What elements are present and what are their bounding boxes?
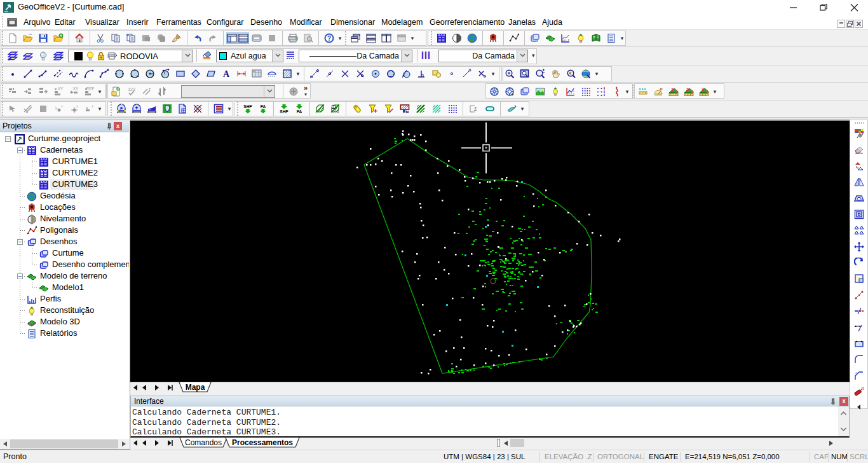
svg-text:REF: REF <box>86 86 95 91</box>
svg-text:A: A <box>223 69 230 79</box>
svg-text:?: ? <box>327 35 331 42</box>
svg-text:z: z <box>61 104 63 108</box>
svg-text:SHP: SHP <box>280 109 288 114</box>
svg-text:XY: XY <box>58 86 64 91</box>
svg-text:2: 2 <box>337 109 339 113</box>
svg-text:Mapa: Mapa <box>186 383 205 392</box>
svg-text:Comandos: Comandos <box>185 438 222 447</box>
svg-text:SHP: SHP <box>243 104 252 109</box>
svg-text:Processamentos: Processamentos <box>232 438 293 447</box>
svg-text:XY: XY <box>73 86 79 91</box>
svg-text:1: 1 <box>671 87 674 92</box>
svg-text:N: N <box>405 110 408 114</box>
svg-text:z: z <box>92 104 93 108</box>
svg-text:2: 2 <box>686 87 689 92</box>
svg-text:z: z <box>76 104 78 108</box>
svg-text:PA: PA <box>261 104 266 109</box>
svg-text:123: 123 <box>128 87 135 92</box>
svg-text:PA: PA <box>297 109 302 114</box>
svg-text:3: 3 <box>702 87 704 92</box>
svg-text:1: 1 <box>332 105 334 109</box>
svg-text:Σ: Σ <box>473 106 477 112</box>
